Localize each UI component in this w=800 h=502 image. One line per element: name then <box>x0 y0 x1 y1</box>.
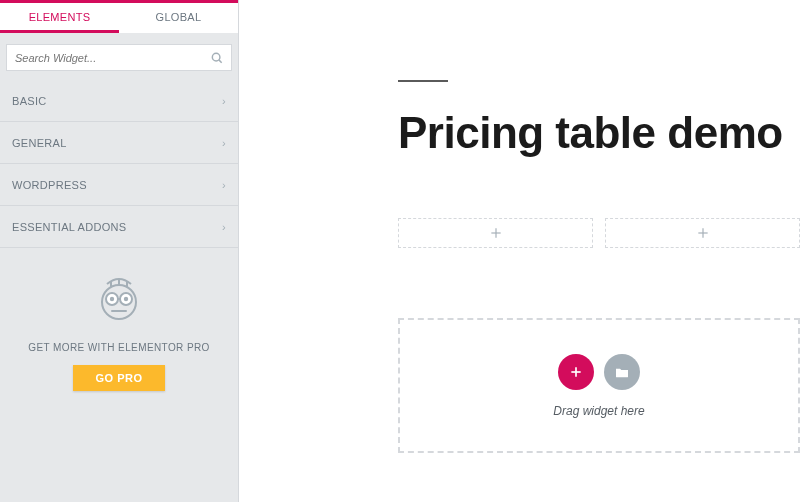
category-essential-addons[interactable]: ESSENTIAL ADDONS › <box>0 206 238 248</box>
category-basic[interactable]: BASIC › <box>0 80 238 122</box>
column-row <box>398 218 800 248</box>
svg-point-6 <box>124 297 128 301</box>
search-input[interactable] <box>6 44 232 71</box>
elements-panel: ELEMENTS GLOBAL BASIC › GENERAL › WORDPR… <box>0 0 239 502</box>
tab-global[interactable]: GLOBAL <box>119 3 238 33</box>
folder-icon <box>614 364 630 380</box>
editor-canvas: Pricing table demo <box>239 0 800 502</box>
promo-text: GET MORE WITH ELEMENTOR PRO <box>10 342 228 353</box>
panel-tabs: ELEMENTS GLOBAL <box>0 3 238 33</box>
promo-box: GET MORE WITH ELEMENTOR PRO GO PRO <box>0 248 238 411</box>
plus-icon <box>696 226 710 240</box>
category-wordpress[interactable]: WORDPRESS › <box>0 164 238 206</box>
category-label: ESSENTIAL ADDONS <box>12 221 126 233</box>
chevron-right-icon: › <box>222 179 226 191</box>
chevron-right-icon: › <box>222 221 226 233</box>
add-section-button[interactable] <box>558 354 594 390</box>
plus-icon <box>489 226 503 240</box>
add-template-button[interactable] <box>604 354 640 390</box>
go-pro-button[interactable]: GO PRO <box>73 365 164 391</box>
dropzone-hint: Drag widget here <box>553 404 644 418</box>
category-label: GENERAL <box>12 137 67 149</box>
chevron-right-icon: › <box>222 95 226 107</box>
add-column-button[interactable] <box>398 218 593 248</box>
tab-elements[interactable]: ELEMENTS <box>0 3 119 33</box>
add-column-button[interactable] <box>605 218 800 248</box>
category-general[interactable]: GENERAL › <box>0 122 238 164</box>
page-title[interactable]: Pricing table demo <box>398 108 800 158</box>
svg-point-5 <box>110 297 114 301</box>
mascot-icon <box>10 272 228 328</box>
dropzone-buttons <box>558 354 640 390</box>
plus-icon <box>568 364 584 380</box>
chevron-right-icon: › <box>222 137 226 149</box>
category-label: BASIC <box>12 95 47 107</box>
new-section-dropzone[interactable]: Drag widget here <box>398 318 800 453</box>
search-row <box>6 44 232 71</box>
heading-divider <box>398 80 448 82</box>
category-label: WORDPRESS <box>12 179 87 191</box>
